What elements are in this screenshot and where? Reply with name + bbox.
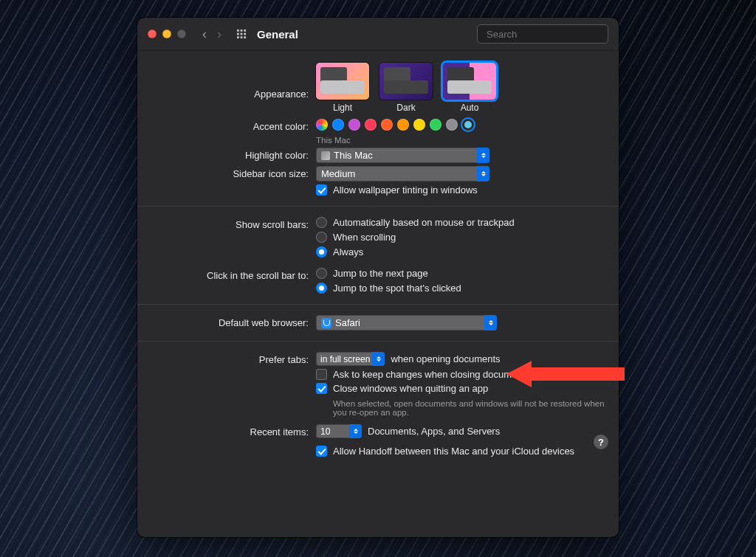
- appearance-dark[interactable]: Dark: [379, 63, 433, 113]
- scrollbar-click-spot-radio[interactable]: [316, 283, 327, 294]
- appearance-label: Appearance:: [137, 77, 316, 100]
- separator: [137, 206, 619, 207]
- prefer-tabs-suffix: when opening documents: [391, 353, 500, 364]
- appearance-light[interactable]: Light: [316, 63, 369, 113]
- separator: [137, 341, 619, 342]
- accent-color-note: This Mac: [316, 136, 619, 145]
- chevron-updown-icon: [477, 148, 489, 163]
- appearance-light-thumbnail: [316, 63, 369, 100]
- sidebar-size-popup[interactable]: Medium: [316, 166, 489, 181]
- minimize-window-button[interactable]: [162, 30, 171, 38]
- search-field[interactable]: [477, 24, 608, 44]
- prefer-tabs-label: Prefer tabs:: [137, 352, 316, 365]
- forward-button[interactable]: ›: [217, 27, 221, 41]
- ask-keep-changes-checkbox[interactable]: [316, 369, 327, 380]
- titlebar: ‹ › General: [137, 18, 619, 51]
- scrollbars-label: Show scroll bars:: [137, 217, 316, 230]
- help-button[interactable]: ?: [594, 435, 608, 449]
- back-button[interactable]: ‹: [202, 27, 207, 41]
- safari-icon: [321, 318, 331, 328]
- prefer-tabs-popup[interactable]: in full screen: [316, 352, 385, 366]
- recent-items-label: Recent items:: [137, 424, 316, 437]
- accent-swatch-1[interactable]: [332, 119, 344, 131]
- search-input[interactable]: [487, 29, 611, 40]
- accent-swatch-2[interactable]: [348, 119, 360, 131]
- appearance-auto[interactable]: Auto: [443, 63, 496, 113]
- chevron-updown-icon: [349, 424, 362, 438]
- window-title: General: [257, 28, 298, 41]
- scrollbar-click-next-radio[interactable]: [316, 268, 327, 279]
- chevron-updown-icon: [484, 315, 497, 331]
- highlight-color-popup[interactable]: This Mac: [316, 148, 489, 163]
- separator: [137, 304, 619, 305]
- wallpaper-tinting-label: Allow wallpaper tinting in windows: [333, 184, 478, 196]
- sidebar-size-label: Sidebar icon size:: [137, 166, 316, 179]
- recent-items-popup[interactable]: 10: [316, 424, 362, 438]
- close-window-button[interactable]: [148, 30, 157, 38]
- close-windows-checkbox[interactable]: [316, 383, 327, 394]
- default-browser-popup[interactable]: Safari: [316, 315, 497, 331]
- scrollbar-click-label: Click in the scroll bar to:: [137, 268, 316, 281]
- highlight-swatch-icon: [321, 151, 330, 160]
- handoff-checkbox[interactable]: [316, 446, 327, 457]
- accent-swatch-9[interactable]: [462, 119, 474, 131]
- accent-swatch-0[interactable]: [316, 119, 328, 131]
- close-windows-note: When selected, open documents and window…: [333, 399, 614, 417]
- general-preferences-window: ‹ › General Appearance: Light Dar: [137, 18, 619, 537]
- accent-color-label: Accent color:: [137, 119, 316, 132]
- accent-swatch-6[interactable]: [413, 119, 425, 131]
- accent-color-swatches: [316, 119, 619, 131]
- scrollbars-when-scrolling-radio[interactable]: [316, 232, 327, 243]
- wallpaper-tinting-checkbox[interactable]: [316, 184, 327, 196]
- accent-swatch-5[interactable]: [397, 119, 409, 131]
- accent-swatch-7[interactable]: [430, 119, 441, 131]
- chevron-updown-icon: [372, 352, 385, 366]
- appearance-auto-thumbnail: [443, 63, 496, 100]
- scrollbars-always-radio[interactable]: [316, 246, 327, 257]
- highlight-color-label: Highlight color:: [137, 148, 316, 161]
- scrollbars-auto-radio[interactable]: [316, 217, 327, 228]
- appearance-dark-thumbnail: [379, 63, 433, 100]
- accent-swatch-3[interactable]: [365, 119, 377, 131]
- default-browser-label: Default web browser:: [137, 315, 316, 328]
- zoom-window-button[interactable]: [177, 30, 186, 38]
- accent-swatch-8[interactable]: [446, 119, 458, 131]
- show-all-icon[interactable]: [236, 29, 247, 39]
- accent-swatch-4[interactable]: [381, 119, 393, 131]
- traffic-lights: [148, 30, 186, 38]
- chevron-updown-icon: [477, 166, 489, 181]
